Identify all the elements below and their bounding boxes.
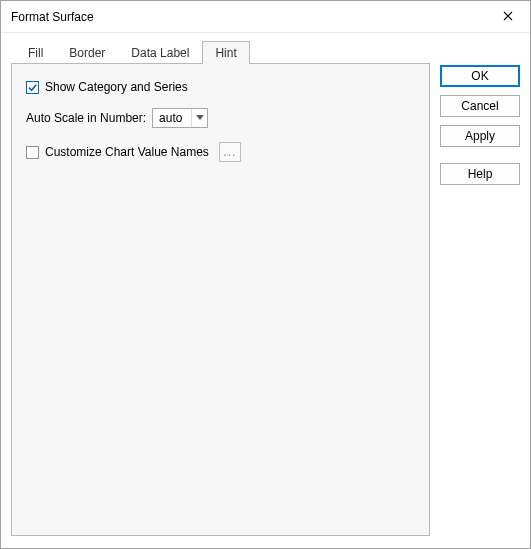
show-category-series-label: Show Category and Series (45, 80, 188, 94)
cancel-button[interactable]: Cancel (440, 95, 520, 117)
close-button[interactable] (486, 2, 530, 32)
show-category-series-row: Show Category and Series (26, 80, 415, 94)
tab-strip: Fill Border Data Label Hint (11, 41, 430, 64)
tab-hint[interactable]: Hint (202, 41, 249, 64)
auto-scale-value: auto (159, 111, 187, 125)
title-bar: Format Surface (1, 1, 530, 33)
apply-button[interactable]: Apply (440, 125, 520, 147)
tab-fill[interactable]: Fill (15, 41, 56, 64)
main-column: Fill Border Data Label Hint Show Categor… (11, 41, 430, 536)
customize-names-browse-button[interactable]: ... (219, 142, 241, 162)
dialog-title: Format Surface (11, 10, 94, 24)
dialog-body: Fill Border Data Label Hint Show Categor… (1, 33, 530, 548)
customize-names-checkbox[interactable] (26, 146, 39, 159)
check-icon (27, 82, 38, 93)
show-category-series-checkbox[interactable] (26, 81, 39, 94)
close-icon (503, 10, 513, 24)
auto-scale-row: Auto Scale in Number: auto (26, 108, 415, 128)
customize-names-label: Customize Chart Value Names (45, 145, 209, 159)
format-surface-dialog: Format Surface Fill Border Data Label Hi… (0, 0, 531, 549)
auto-scale-label: Auto Scale in Number: (26, 111, 146, 125)
auto-scale-select[interactable]: auto (152, 108, 208, 128)
chevron-down-icon (191, 109, 207, 127)
button-column: OK Cancel Apply Help (440, 41, 520, 536)
customize-names-row: Customize Chart Value Names ... (26, 142, 415, 162)
tab-data-label[interactable]: Data Label (118, 41, 202, 64)
hint-panel: Show Category and Series Auto Scale in N… (11, 63, 430, 536)
help-button[interactable]: Help (440, 163, 520, 185)
ok-button[interactable]: OK (440, 65, 520, 87)
tab-border[interactable]: Border (56, 41, 118, 64)
